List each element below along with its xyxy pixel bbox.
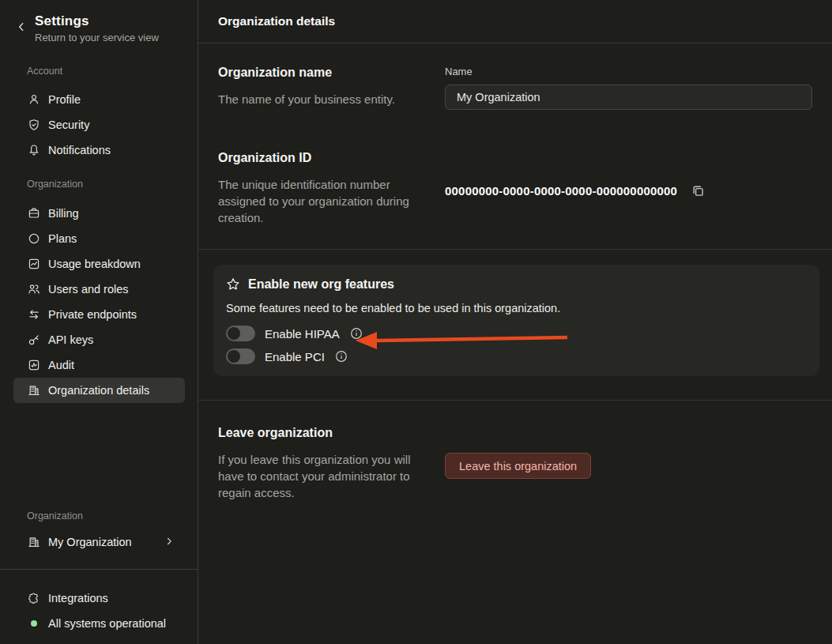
leave-org-heading: Leave organization <box>218 426 445 440</box>
features-card-title: Enable new org features <box>248 277 394 292</box>
section-label-account: Account <box>27 66 198 77</box>
sidebar-item-integrations[interactable]: Integrations <box>13 586 185 611</box>
hipaa-toggle-label: Enable HIPAA <box>265 327 340 341</box>
sidebar-item-label: Billing <box>48 207 79 220</box>
enable-features-card: Enable new org features Some features ne… <box>213 265 819 376</box>
info-icon[interactable] <box>335 350 348 363</box>
status-label: All systems operational <box>48 617 166 630</box>
sidebar-item-label: Users and roles <box>48 283 129 296</box>
org-id-value: 00000000-0000-0000-0000-000000000000 <box>445 184 677 198</box>
enable-pci-toggle[interactable] <box>226 348 255 364</box>
sidebar-item-usage-breakdown[interactable]: Usage breakdown <box>13 251 185 277</box>
sidebar: Settings Return to your service view Acc… <box>0 0 198 644</box>
wallet-icon <box>28 207 40 220</box>
hipaa-toggle-row: Enable HIPAA <box>226 324 807 343</box>
sidebar-subtitle[interactable]: Return to your service view <box>35 32 159 43</box>
page-title: Organization details <box>198 0 832 43</box>
sidebar-item-label: Audit <box>48 359 74 371</box>
sidebar-item-plans[interactable]: Plans <box>13 226 185 251</box>
sidebar-item-users-and-roles[interactable]: Users and roles <box>13 277 185 302</box>
puzzle-icon <box>28 592 40 604</box>
features-card-description: Some features need to be enabled to be u… <box>226 302 807 314</box>
key-icon <box>28 333 40 346</box>
name-field-label: Name <box>445 66 812 77</box>
sidebar-footer: Integrations All systems operational <box>0 569 198 644</box>
system-status-item[interactable]: All systems operational <box>13 611 185 636</box>
org-switcher[interactable]: My Organization <box>13 529 185 555</box>
sidebar-item-label: Organization details <box>48 384 149 397</box>
org-name-section: Organization name The name of your busin… <box>198 66 832 110</box>
shield-check-icon <box>28 119 40 131</box>
leave-org-description: If you leave this organization you will … <box>218 451 417 501</box>
leave-org-section: Leave organization If you leave this org… <box>198 426 832 501</box>
copy-icon[interactable] <box>691 184 705 198</box>
circle-icon <box>28 232 40 245</box>
users-icon <box>28 283 40 296</box>
sidebar-item-notifications[interactable]: Notifications <box>13 137 185 163</box>
person-icon <box>28 93 40 106</box>
sidebar-item-private-endpoints[interactable]: Private endpoints <box>13 302 185 327</box>
org-name-heading: Organization name <box>218 66 445 80</box>
chevron-right-icon <box>164 536 174 548</box>
enable-hipaa-toggle[interactable] <box>226 326 255 341</box>
sidebar-item-label: Usage breakdown <box>48 258 141 270</box>
section-label-organization: Organization <box>27 179 198 190</box>
sidebar-item-security[interactable]: Security <box>13 112 185 137</box>
org-id-section: Organization ID The unique identificatio… <box>198 151 832 226</box>
arrows-swap-icon <box>28 308 40 321</box>
organization-nav: Billing Plans Usage breakdown Users and … <box>0 201 198 403</box>
sidebar-header: Settings Return to your service view <box>0 0 198 43</box>
section-divider <box>198 249 832 250</box>
building-icon <box>28 384 40 397</box>
sidebar-item-billing[interactable]: Billing <box>13 201 185 226</box>
org-id-description: The unique identification number assigne… <box>218 176 417 226</box>
leave-organization-button[interactable]: Leave this organization <box>445 453 591 479</box>
org-id-heading: Organization ID <box>218 151 445 165</box>
settings-app: Settings Return to your service view Acc… <box>0 0 832 644</box>
back-chevron-icon[interactable] <box>16 21 28 32</box>
account-nav: Profile Security Notifications <box>0 87 198 163</box>
sidebar-item-audit[interactable]: Audit <box>13 352 185 378</box>
sidebar-item-organization-details[interactable]: Organization details <box>13 378 185 403</box>
audit-icon <box>28 359 40 371</box>
chart-icon <box>28 258 40 270</box>
sidebar-item-label: Private endpoints <box>48 308 137 321</box>
section-divider <box>198 400 832 401</box>
pci-toggle-label: Enable PCI <box>265 350 325 363</box>
sidebar-item-api-keys[interactable]: API keys <box>13 327 185 352</box>
pci-toggle-row: Enable PCI <box>226 347 807 366</box>
sidebar-item-label: Plans <box>48 232 77 245</box>
bell-icon <box>28 144 40 156</box>
org-switcher-label: My Organization <box>48 536 132 548</box>
main-content: Organization details Organization name T… <box>198 0 832 644</box>
info-icon[interactable] <box>350 327 363 340</box>
star-icon <box>226 277 240 292</box>
building-icon <box>28 536 40 548</box>
org-name-description: The name of your business entity. <box>218 91 417 107</box>
section-label-organization-switcher: Organization <box>27 510 198 522</box>
sidebar-title: Settings <box>35 13 159 29</box>
org-name-input[interactable] <box>445 85 812 110</box>
sidebar-item-profile[interactable]: Profile <box>13 87 185 112</box>
sidebar-item-label: Security <box>48 119 89 131</box>
sidebar-item-label: API keys <box>48 333 93 346</box>
sidebar-item-label: Profile <box>48 93 81 106</box>
status-green-dot-icon <box>31 620 37 627</box>
sidebar-item-label: Integrations <box>48 592 108 604</box>
sidebar-item-label: Notifications <box>48 144 111 156</box>
